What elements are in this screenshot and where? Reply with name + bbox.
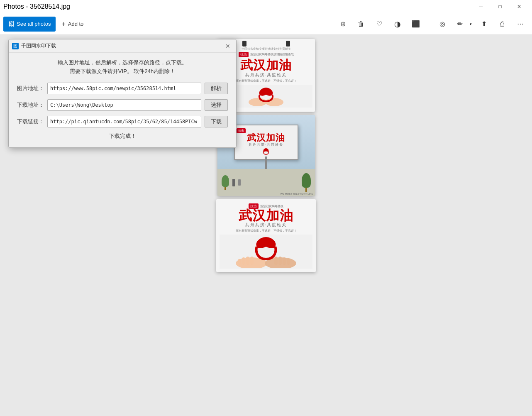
minimize-button[interactable]: ─: [471, 0, 491, 13]
dialog-desc-line2: 需要下载源文件请开VIP。 软件24h内删除！: [70, 68, 175, 74]
share-icon: ⬆: [481, 20, 487, 28]
titlebar-title: Photos - 35628514.jpg: [3, 3, 70, 10]
zoom-icon: ⊕: [340, 20, 346, 28]
poster1-main-title: 武汉加油: [240, 59, 292, 71]
toolbar: 🖼 See all photos + Add to ⊕ 🗑 ♡ ◑ ⬛ ◎ ✏ …: [0, 13, 532, 35]
svg-point-1: [265, 98, 283, 106]
more-button[interactable]: ⋯: [512, 17, 529, 32]
svg-rect-5: [242, 257, 245, 265]
heart-icon: ♡: [376, 20, 382, 28]
svg-rect-10: [283, 257, 286, 265]
crop-icon: ⬛: [412, 20, 420, 28]
add-to-label: Add to: [68, 21, 84, 27]
adjust-button[interactable]: ◑: [389, 17, 406, 32]
billboard-board: 抗击 武汉加油 共舟共济·共渡难关: [234, 125, 298, 160]
see-all-photos-button[interactable]: 🖼 See all photos: [3, 17, 56, 32]
svg-rect-6: [246, 257, 249, 265]
photos-icon: 🖼: [8, 21, 14, 27]
dialog-select-button[interactable]: 选择: [205, 99, 228, 111]
edit-with-arrow-button[interactable]: ✏ ▾: [452, 17, 474, 32]
ribbon-hands-svg: [245, 86, 287, 106]
billboard-ribbon: [260, 148, 272, 156]
titlebar: Photos - 35628514.jpg ─ □ ✕: [0, 0, 532, 13]
dialog-download-button[interactable]: 下载: [205, 116, 228, 127]
delete-icon: 🗑: [358, 20, 364, 28]
dialog-title-left: 图 千图网水印下载: [12, 42, 56, 49]
svg-rect-4: [238, 259, 241, 265]
poster-3: 抗击 新型冠状病毒肺炎 武汉加油 共舟共济·共渡难关 面对新型冠状病毒，不逃避，…: [216, 199, 316, 272]
dialog-close-button[interactable]: ✕: [223, 41, 233, 51]
poster2-main-title: 武汉加油: [247, 133, 285, 142]
close-button[interactable]: ✕: [510, 0, 529, 13]
more-icon: ⋯: [517, 20, 524, 28]
dialog-link-row: 下载链接： 下载: [17, 116, 228, 127]
billboard-pole: [265, 157, 267, 169]
enhance-icon: ◎: [439, 20, 445, 28]
dialog-icon: 图: [12, 43, 19, 49]
titlebar-controls: ─ □ ✕: [471, 0, 529, 13]
share-button[interactable]: ⬆: [476, 17, 492, 32]
print-button[interactable]: ⎙: [494, 17, 510, 32]
poster2-bottom-text: WE MUST THE FRONT LINE: [280, 193, 313, 195]
dialog-title-text: 千图网水印下载: [21, 42, 56, 49]
edit-icon: ✏: [452, 17, 467, 32]
zoom-button[interactable]: ⊕: [334, 17, 351, 32]
dialog-status: 下载完成！: [17, 132, 228, 142]
adjust-icon: ◑: [394, 20, 401, 29]
poster3-main-title: 武汉加油: [239, 209, 293, 222]
see-all-photos-label: See all photos: [17, 21, 51, 27]
add-to-button[interactable]: + Add to: [57, 17, 88, 32]
dialog-parse-button[interactable]: 解析: [205, 83, 228, 94]
poster3-subtitle: 共舟共济·共渡难关: [245, 222, 287, 228]
poster1-small-header: 全国抗击疫情专项行动计划特别贡献奖: [242, 47, 291, 51]
dialog-description: 输入图片地址，然后解析，选择保存的路径，点下载。 需要下载源文件请开VIP。 软…: [17, 59, 228, 76]
dialog-path-label: 下载地址：: [17, 101, 44, 109]
edit-dropdown-arrow: ▾: [467, 17, 474, 32]
dialog-url-input[interactable]: [47, 83, 201, 94]
tree-2: [302, 173, 311, 192]
dialog-url-row: 图片地址： 解析: [17, 83, 228, 94]
clip-right: [286, 41, 290, 46]
person-2: [238, 179, 241, 186]
clip-left: [242, 41, 246, 46]
tree-1: [222, 175, 229, 190]
dialog-url-label: 图片地址：: [17, 85, 44, 92]
svg-rect-11: [287, 259, 290, 265]
plus-icon: +: [61, 20, 65, 28]
poster1-fight-badge: 抗击: [239, 52, 249, 57]
delete-button[interactable]: 🗑: [353, 17, 369, 32]
svg-point-0: [249, 98, 267, 106]
dialog-path-row: 下载地址： 选择: [17, 99, 228, 111]
person-1: [232, 179, 235, 186]
dialog-path-input[interactable]: [47, 99, 201, 111]
dialog-desc-line1: 输入图片地址，然后解析，选择保存的路径，点下载。: [58, 59, 187, 66]
poster2-subtitle: 共舟共济·共渡难关: [249, 142, 283, 147]
dialog-body: 输入图片地址，然后解析，选择保存的路径，点下载。 需要下载源文件请开VIP。 软…: [9, 53, 236, 147]
print-icon: ⎙: [500, 20, 504, 28]
watermark-download-dialog[interactable]: 图 千图网水印下载 ✕ 输入图片地址，然后解析，选择保存的路径，点下载。 需要下…: [8, 39, 237, 148]
poster3-ribbon-svg: [233, 235, 299, 268]
poster1-body: 面对新型冠状病毒，不逃避，不惯低，不忘证！: [236, 79, 297, 83]
poster2-fight-badge: 抗击: [237, 128, 246, 133]
svg-rect-7: [250, 257, 254, 265]
poster3-body: 面对新型冠状病毒，不逃避，不惯低，不忘证！: [236, 229, 297, 233]
poster3-fight-sub: 新型冠状病毒肺炎: [260, 204, 283, 208]
crop-button[interactable]: ⬛: [408, 17, 424, 32]
enhance-button[interactable]: ◎: [434, 17, 451, 32]
poster1-subtitle: 共舟共济·共渡难关: [245, 72, 287, 78]
dialog-link-label: 下载链接：: [17, 118, 44, 125]
dialog-link-input[interactable]: [47, 116, 201, 127]
svg-rect-8: [274, 257, 278, 265]
favorite-button[interactable]: ♡: [371, 17, 388, 32]
dialog-titlebar: 图 千图网水印下载 ✕: [9, 39, 236, 53]
billboard-ground: [217, 169, 315, 196]
poster1-fight-sub: 新型冠状病毒肺炎疫情防控阻击战: [250, 52, 294, 56]
main-content-area: 全国抗击疫情专项行动计划特别贡献奖 抗击 新型冠状病毒肺炎疫情防控阻击战 武汉加…: [0, 35, 532, 416]
maximize-button[interactable]: □: [491, 0, 510, 13]
svg-rect-9: [278, 257, 282, 265]
